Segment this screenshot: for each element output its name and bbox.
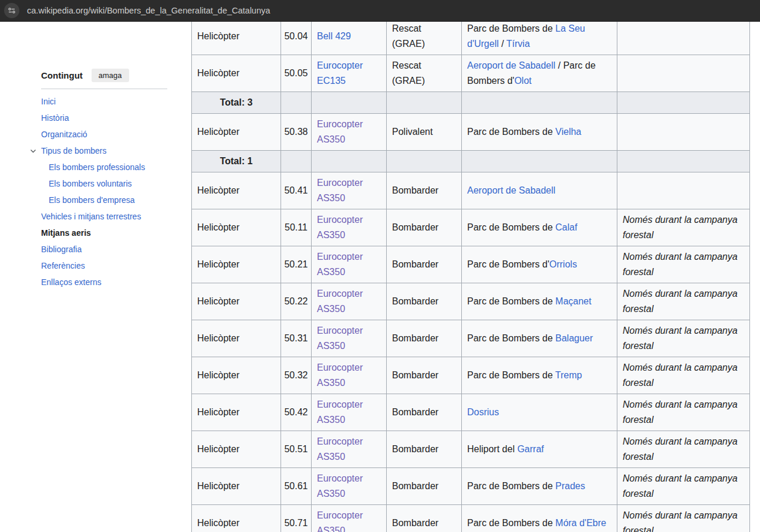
aircraft-role-cell: Bombarder xyxy=(387,357,462,394)
total-label: Total: 3 xyxy=(192,92,281,114)
article-link[interactable]: Eurocopter AS350 xyxy=(317,326,363,351)
aircraft-table: Helicòpter50.04Bell 429Rescat (GRAE)Parc… xyxy=(191,18,750,532)
sidebar-item-2[interactable]: Organització xyxy=(41,126,188,143)
aircraft-row: Helicòpter50.21Eurocopter AS350Bombarder… xyxy=(192,246,750,283)
article-link[interactable]: Prades xyxy=(555,481,585,491)
aircraft-model-cell: Eurocopter AS350 xyxy=(312,172,387,209)
url-text[interactable]: ca.wikipedia.org/wiki/Bombers_de_la_Gene… xyxy=(27,6,270,15)
sidebar-item-9[interactable]: Bibliografia xyxy=(41,241,188,257)
aircraft-type-cell: Helicòpter xyxy=(192,431,281,468)
aircraft-number-cell: 50.61 xyxy=(281,468,312,505)
aircraft-number-cell: 50.41 xyxy=(281,172,312,209)
article-link[interactable]: Eurocopter AS350 xyxy=(317,510,363,532)
aircraft-number-cell: 50.04 xyxy=(281,18,312,55)
article-link[interactable]: Móra d'Ebre xyxy=(555,518,606,528)
article-link[interactable]: Eurocopter AS350 xyxy=(317,119,363,144)
empty-cell xyxy=(462,151,617,172)
sidebar-item-8[interactable]: Mitjans aeris xyxy=(41,225,188,241)
sidebar-item-4[interactable]: Els bombers professionals xyxy=(41,159,188,175)
sidebar-item-label[interactable]: Organització xyxy=(41,130,87,139)
aircraft-row: Helicòpter50.11Eurocopter AS350Bombarder… xyxy=(192,209,750,246)
article-link[interactable]: Eurocopter AS350 xyxy=(317,215,363,240)
sidebar-item-label[interactable]: Història xyxy=(41,113,69,123)
article-link[interactable]: Aeroport de Sabadell xyxy=(467,185,555,195)
aircraft-type-cell: Helicòpter xyxy=(192,172,281,209)
sidebar-item-6[interactable]: Els bombers d'empresa xyxy=(41,192,188,208)
article-link[interactable]: Garraf xyxy=(517,444,543,454)
aircraft-base-cell: Parc de Bombers de Prades xyxy=(462,468,617,505)
aircraft-type-cell: Helicòpter xyxy=(192,246,281,283)
toc-hide-button[interactable]: amaga xyxy=(92,69,129,82)
article-link[interactable]: Eurocopter AS350 xyxy=(317,399,363,425)
article-link[interactable]: Olot xyxy=(514,76,531,86)
aircraft-model-cell: Eurocopter AS350 xyxy=(312,357,387,394)
total-label: Total: 1 xyxy=(192,151,281,172)
empty-cell xyxy=(462,92,617,114)
article-link[interactable]: Tírvia xyxy=(506,39,530,49)
aircraft-type-cell: Helicòpter xyxy=(192,18,281,55)
article-link[interactable]: Eurocopter AS350 xyxy=(317,252,363,277)
sidebar-item-label[interactable]: Enllaços externs xyxy=(41,277,102,287)
aircraft-base-cell: Aeroport de Sabadell / Parc de Bombers d… xyxy=(462,55,617,92)
browser-address-bar[interactable]: ca.wikipedia.org/wiki/Bombers_de_la_Gene… xyxy=(0,0,760,22)
article-link[interactable]: Dosrius xyxy=(467,407,499,417)
article-link[interactable]: Bell 429 xyxy=(317,31,351,41)
aircraft-type-cell: Helicòpter xyxy=(192,209,281,246)
aircraft-table-body: Helicòpter50.04Bell 429Rescat (GRAE)Parc… xyxy=(192,18,750,532)
aircraft-type-cell: Helicòpter xyxy=(192,114,281,151)
aircraft-row: Helicòpter50.31Eurocopter AS350Bombarder… xyxy=(192,320,750,357)
article-link[interactable]: Calaf xyxy=(555,222,577,232)
article-link[interactable]: Eurocopter AS350 xyxy=(317,178,363,203)
sidebar-item-label[interactable]: Els bombers d'empresa xyxy=(49,195,135,205)
aircraft-note-cell: Només durant la campanya forestal xyxy=(617,246,750,283)
article-link[interactable]: Eurocopter AS350 xyxy=(317,473,363,499)
aircraft-number-cell: 50.22 xyxy=(281,283,312,320)
aircraft-base-cell: Parc de Bombers de Vielha xyxy=(462,114,617,151)
aircraft-note-cell: Només durant la campanya forestal xyxy=(617,357,750,394)
sidebar-item-label[interactable]: Referències xyxy=(41,261,85,270)
aircraft-role-cell: Bombarder xyxy=(387,320,462,357)
empty-cell xyxy=(387,92,462,114)
aircraft-role-cell: Bombarder xyxy=(387,283,462,320)
aircraft-model-cell: Bell 429 xyxy=(312,18,387,55)
sidebar-item-5[interactable]: Els bombers voluntaris xyxy=(41,175,188,192)
chevron-down-icon[interactable] xyxy=(29,147,37,155)
aircraft-base-cell: Parc de Bombers de Calaf xyxy=(462,209,617,246)
sidebar-item-label[interactable]: Tipus de bombers xyxy=(41,146,107,155)
sidebar-item-1[interactable]: Història xyxy=(41,110,188,126)
aircraft-row: Helicòpter50.22Eurocopter AS350Bombarder… xyxy=(192,283,750,320)
article-link[interactable]: Tremp xyxy=(555,370,582,380)
aircraft-note-cell: Només durant la campanya forestal xyxy=(617,431,750,468)
toc-list: IniciHistòriaOrganitzacióTipus de bomber… xyxy=(41,93,188,290)
sidebar-item-label[interactable]: Inici xyxy=(41,97,56,106)
article-link[interactable]: Aeroport de Sabadell xyxy=(467,60,555,70)
site-settings-icon[interactable] xyxy=(4,3,19,18)
article-link[interactable]: Orriols xyxy=(549,259,577,269)
sidebar-item-0[interactable]: Inici xyxy=(41,93,188,110)
sidebar-item-3[interactable]: Tipus de bombers xyxy=(41,143,188,159)
empty-cell xyxy=(281,151,312,172)
article-link[interactable]: Eurocopter AS350 xyxy=(317,289,363,314)
aircraft-number-cell: 50.71 xyxy=(281,505,312,532)
sidebar-item-label[interactable]: Els bombers professionals xyxy=(49,162,145,172)
article-link[interactable]: Vielha xyxy=(555,127,581,137)
sidebar-item-11[interactable]: Enllaços externs xyxy=(41,274,188,290)
aircraft-row: Helicòpter50.71Eurocopter AS350Bombarder… xyxy=(192,505,750,532)
article-link[interactable]: Eurocopter AS350 xyxy=(317,362,363,388)
sidebar-item-label[interactable]: Els bombers voluntaris xyxy=(49,179,132,188)
article-link[interactable]: Maçanet xyxy=(555,296,591,306)
article-link[interactable]: Eurocopter EC135 xyxy=(317,60,363,86)
sidebar-item-7[interactable]: Vehicles i mitjans terrestres xyxy=(41,208,188,225)
aircraft-note-cell: Només durant la campanya forestal xyxy=(617,394,750,431)
sidebar-item-label[interactable]: Bibliografia xyxy=(41,245,82,254)
sidebar-item-label[interactable]: Vehicles i mitjans terrestres xyxy=(41,212,141,221)
aircraft-type-cell: Helicòpter xyxy=(192,283,281,320)
sidebar-item-10[interactable]: Referències xyxy=(41,257,188,274)
empty-cell xyxy=(281,92,312,114)
aircraft-note-cell: Només durant la campanya forestal xyxy=(617,468,750,505)
article-link[interactable]: Balaguer xyxy=(555,333,593,343)
article-link[interactable]: Eurocopter AS350 xyxy=(317,436,363,462)
aircraft-base-cell: Dosrius xyxy=(462,394,617,431)
aircraft-role-cell: Rescat (GRAE) xyxy=(387,55,462,92)
total-row: Total: 3 xyxy=(192,92,750,114)
